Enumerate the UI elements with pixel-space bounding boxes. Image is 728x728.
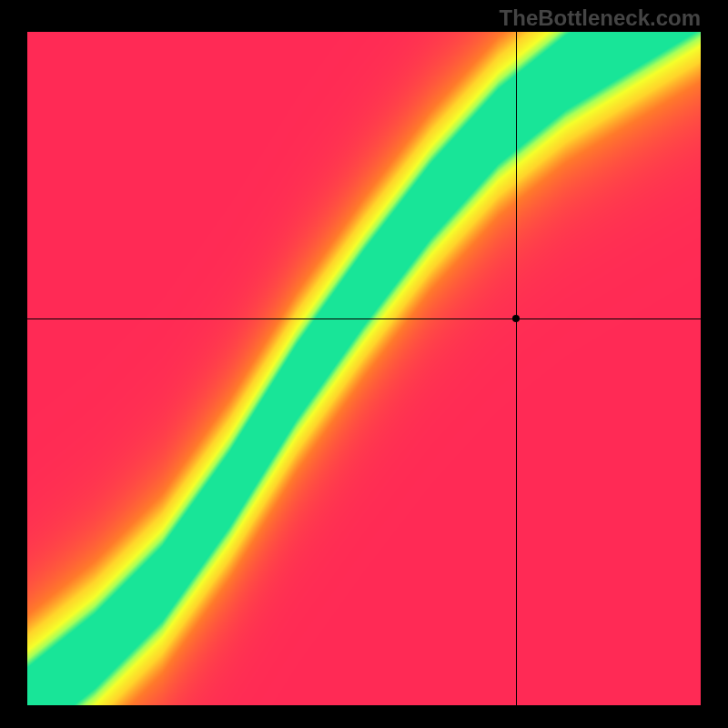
heatmap-canvas — [27, 32, 701, 705]
data-point-marker — [512, 315, 520, 322]
crosshair-horizontal — [27, 318, 701, 319]
crosshair-vertical — [516, 32, 517, 705]
chart-container: TheBottleneck.com — [0, 0, 728, 728]
heatmap-plot — [27, 32, 701, 705]
watermark-text: TheBottleneck.com — [500, 5, 701, 31]
